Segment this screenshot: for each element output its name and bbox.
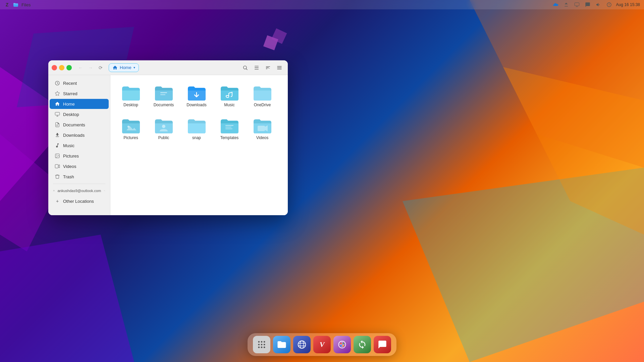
folder-snap-label: snap xyxy=(192,135,201,141)
folder-pictures-icon xyxy=(121,117,141,134)
maximize-button[interactable]: ⊡ xyxy=(66,65,72,70)
sidebar-item-other-locations[interactable]: + Other Locations xyxy=(50,196,109,206)
sidebar-item-recent[interactable]: Recent xyxy=(50,78,109,88)
sort-button[interactable] xyxy=(263,63,273,73)
sidebar-item-pictures[interactable]: Pictures xyxy=(50,151,109,161)
topbar: Z Files xyxy=(0,0,644,9)
chat-tray-icon[interactable] xyxy=(584,1,591,8)
folder-videos-icon xyxy=(252,117,272,134)
folder-documents-label: Documents xyxy=(154,103,174,108)
starred-label: Starred xyxy=(63,91,77,96)
display-tray-icon[interactable] xyxy=(573,1,581,8)
menu-button[interactable] xyxy=(274,63,284,73)
dropdown-icon[interactable]: ▾ xyxy=(133,66,135,69)
svg-point-34 xyxy=(261,344,263,346)
power-tray-icon[interactable] xyxy=(605,1,613,8)
dock-speak-button[interactable] xyxy=(374,336,391,353)
sidebar-item-trash[interactable]: Trash xyxy=(50,172,109,182)
sidebar-item-documents[interactable]: Documents xyxy=(50,120,109,130)
sidebar-item-starred[interactable]: Starred xyxy=(50,88,109,99)
titlebar-actions xyxy=(240,63,284,73)
z-logo-icon[interactable]: Z xyxy=(4,2,10,8)
onedrive-tray-icon[interactable] xyxy=(552,1,559,8)
minimize-button[interactable]: − xyxy=(59,65,64,70)
svg-rect-27 xyxy=(225,127,231,128)
dock-vivaldi-button[interactable]: V xyxy=(313,336,331,353)
svg-point-45 xyxy=(342,343,344,344)
music-icon xyxy=(54,142,60,148)
back-button[interactable]: ← xyxy=(76,63,85,72)
videos-label: Videos xyxy=(63,164,76,169)
home-label: Home xyxy=(63,102,75,107)
sidebar-item-downloads[interactable]: Downloads xyxy=(50,130,109,140)
svg-rect-10 xyxy=(13,3,15,4)
app-title: Files xyxy=(21,2,31,7)
close-button[interactable]: ✕ xyxy=(52,65,57,70)
folder-onedrive-label: OneDrive xyxy=(254,103,271,108)
refresh-button[interactable]: ⟳ xyxy=(96,63,105,72)
sound-tray-icon[interactable] xyxy=(595,1,602,8)
trash-icon xyxy=(54,174,60,180)
forward-button[interactable]: → xyxy=(86,63,95,72)
file-area: Desktop Documents xyxy=(110,75,288,215)
svg-rect-26 xyxy=(225,125,233,126)
account-email: ankushdas9@outlook.com xyxy=(57,189,101,193)
sidebar-item-videos[interactable]: Videos xyxy=(50,161,109,171)
dock-browser-button[interactable] xyxy=(293,336,311,353)
folder-desktop[interactable]: Desktop xyxy=(116,80,146,111)
other-locations-icon: + xyxy=(54,198,60,204)
datetime: Aug 16 15:38 xyxy=(616,2,640,7)
starred-icon xyxy=(54,90,60,97)
desktop-icon xyxy=(54,111,60,117)
svg-rect-15 xyxy=(255,69,259,69)
sidebar-item-home[interactable]: Home xyxy=(50,99,109,109)
folder-music[interactable]: Music xyxy=(214,80,245,111)
folder-music-label: Music xyxy=(224,103,234,108)
home-icon xyxy=(54,101,60,107)
svg-point-37 xyxy=(261,347,263,348)
dock-files-button[interactable] xyxy=(273,336,290,353)
topbar-right: Aug 16 15:38 xyxy=(552,1,640,8)
svg-rect-13 xyxy=(255,66,259,66)
window-body: Recent Starred Home xyxy=(48,75,288,215)
search-button[interactable] xyxy=(240,63,250,73)
folder-templates-icon xyxy=(219,117,239,134)
folder-desktop-label: Desktop xyxy=(123,103,138,108)
folder-templates[interactable]: Templates xyxy=(214,113,245,143)
folder-downloads[interactable]: Downloads xyxy=(181,80,212,111)
dock-colors-button[interactable] xyxy=(333,336,351,353)
sidebar-item-music[interactable]: Music xyxy=(50,140,109,150)
file-manager-window: ✕ − ⊡ ← → ⟳ Home ▾ xyxy=(48,60,288,215)
dock-update-button[interactable] xyxy=(354,336,371,353)
sidebar-account[interactable]: ankushdas9@outlook.com xyxy=(48,186,110,195)
dock-apps-button[interactable] xyxy=(253,336,270,353)
folder-pictures[interactable]: Pictures xyxy=(116,113,146,143)
svg-point-30 xyxy=(258,341,260,343)
sidebar-item-desktop[interactable]: Desktop xyxy=(50,109,109,119)
svg-point-36 xyxy=(258,347,260,348)
svg-point-46 xyxy=(340,345,342,347)
folder-onedrive-icon xyxy=(252,84,272,101)
svg-rect-20 xyxy=(55,165,58,168)
folder-pictures-label: Pictures xyxy=(123,135,138,141)
svg-point-31 xyxy=(261,341,263,343)
svg-rect-11 xyxy=(575,3,579,6)
recent-icon xyxy=(54,80,60,86)
svg-point-33 xyxy=(258,344,260,346)
folder-snap-icon xyxy=(186,117,207,134)
folder-onedrive[interactable]: OneDrive xyxy=(247,80,277,111)
folder-snap[interactable]: snap xyxy=(181,113,212,143)
folder-documents[interactable]: Documents xyxy=(149,80,179,111)
location-bar[interactable]: Home ▾ xyxy=(109,63,139,72)
folder-public-icon xyxy=(154,117,174,134)
folder-public[interactable]: Public xyxy=(149,113,179,143)
folder-videos[interactable]: Videos xyxy=(247,113,277,143)
vivaldi-label: V xyxy=(320,340,325,349)
window-titlebar: ✕ − ⊡ ← → ⟳ Home ▾ xyxy=(48,60,288,75)
svg-rect-28 xyxy=(225,128,232,129)
svg-rect-29 xyxy=(258,126,265,131)
dock: V xyxy=(248,333,396,356)
eject-tray-icon[interactable] xyxy=(562,1,570,8)
list-view-button[interactable] xyxy=(252,63,262,73)
svg-point-39 xyxy=(298,341,306,349)
